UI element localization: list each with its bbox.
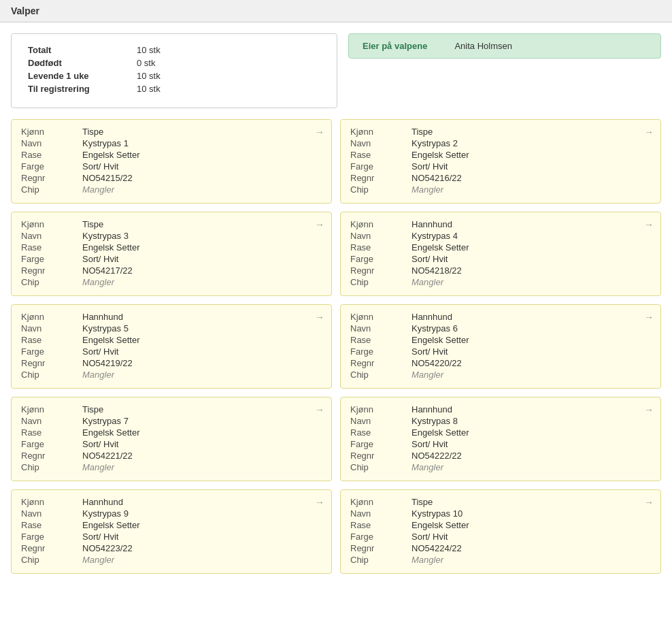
- puppy-field-row: RegnrNO54219/22: [21, 358, 322, 368]
- puppy-field-label: Farge: [350, 532, 411, 542]
- puppy-field-label: Chip: [21, 370, 82, 380]
- puppy-card[interactable]: →KjønnHannhundNavnKystrypas 8RaseEngelsk…: [340, 397, 661, 481]
- puppy-field-row: FargeSort/ Hvit: [21, 254, 322, 264]
- puppy-field-label: Regnr: [350, 451, 411, 461]
- puppy-field-value: NO54224/22: [411, 543, 462, 553]
- puppy-card[interactable]: →KjønnTispeNavnKystrypas 10RaseEngelsk S…: [340, 489, 661, 574]
- puppy-field-row: FargeSort/ Hvit: [350, 254, 651, 264]
- puppy-field-row: NavnKystrypas 9: [21, 508, 322, 519]
- puppy-field-row: ChipMangler: [350, 462, 651, 472]
- puppy-field-value: Mangler: [411, 370, 443, 380]
- puppy-field-row: ChipMangler: [21, 462, 322, 472]
- puppy-field-row: NavnKystrypas 5: [21, 323, 322, 334]
- summary-row: Til registrering 10 stk: [28, 84, 320, 94]
- puppy-card[interactable]: →KjønnHannhundNavnKystrypas 9RaseEngelsk…: [11, 489, 332, 574]
- puppy-field-label: Farge: [21, 532, 82, 542]
- arrow-icon: →: [644, 127, 654, 137]
- summary-box: Totalt 10 stk Dødfødt 0 stk Levende 1 uk…: [11, 33, 337, 108]
- puppy-field-row: RaseEngelsk Setter: [21, 335, 322, 345]
- puppy-field-value: Kystrypas 9: [82, 508, 129, 519]
- puppy-field-value: Kystrypas 5: [82, 323, 129, 334]
- puppy-card[interactable]: →KjønnTispeNavnKystrypas 1RaseEngelsk Se…: [11, 119, 332, 204]
- puppy-field-label: Kjønn: [21, 219, 82, 229]
- owner-value: Anita Holmsen: [454, 41, 512, 51]
- puppy-field-value: Sort/ Hvit: [411, 254, 448, 264]
- puppy-field-label: Chip: [350, 277, 411, 287]
- puppy-field-label: Chip: [21, 277, 82, 287]
- puppy-field-row: FargeSort/ Hvit: [21, 532, 322, 542]
- puppy-field-value: Mangler: [82, 370, 114, 380]
- puppy-field-label: Navn: [21, 323, 82, 334]
- puppy-field-label: Farge: [350, 346, 411, 357]
- puppy-field-label: Chip: [21, 555, 82, 565]
- puppy-field-row: RegnrNO54216/22: [350, 173, 651, 183]
- puppy-field-row: RegnrNO54215/22: [21, 173, 322, 183]
- puppy-field-value: Tispe: [411, 127, 433, 137]
- puppy-field-value: Kystrypas 1: [82, 138, 129, 148]
- puppy-field-row: RaseEngelsk Setter: [21, 150, 322, 160]
- puppy-field-value: Sort/ Hvit: [82, 346, 118, 357]
- puppy-field-label: Kjønn: [350, 127, 411, 137]
- puppy-field-row: RaseEngelsk Setter: [21, 242, 322, 253]
- puppy-field-row: KjønnTispe: [350, 497, 651, 507]
- puppy-field-label: Rase: [21, 150, 82, 160]
- puppy-field-label: Regnr: [21, 173, 82, 183]
- puppy-field-value: Mangler: [82, 277, 114, 287]
- puppy-field-label: Farge: [21, 439, 82, 449]
- puppy-field-row: RegnrNO54217/22: [21, 265, 322, 276]
- page-title: Valper: [11, 5, 39, 16]
- arrow-icon: →: [315, 404, 324, 415]
- puppy-field-value: Kystrypas 3: [82, 231, 129, 241]
- puppy-field-value: Engelsk Setter: [411, 427, 469, 438]
- puppy-field-row: ChipMangler: [21, 184, 322, 195]
- puppy-field-value: Hannhund: [411, 312, 452, 322]
- puppy-card[interactable]: →KjønnHannhundNavnKystrypas 6RaseEngelsk…: [340, 304, 661, 389]
- puppy-field-value: NO54223/22: [82, 543, 133, 553]
- puppy-field-label: Farge: [350, 254, 411, 264]
- puppy-field-row: RaseEngelsk Setter: [350, 427, 651, 438]
- puppy-field-row: RegnrNO54222/22: [350, 451, 651, 461]
- puppy-field-label: Regnr: [21, 358, 82, 368]
- summary-value: 10 stk: [137, 45, 161, 55]
- puppy-field-label: Kjønn: [350, 404, 411, 414]
- summary-label: Totalt: [28, 45, 137, 55]
- puppy-field-label: Rase: [21, 427, 82, 438]
- puppy-field-label: Rase: [350, 427, 411, 438]
- puppy-field-row: NavnKystrypas 8: [350, 416, 651, 426]
- puppy-field-value: Mangler: [82, 555, 114, 565]
- puppy-field-label: Farge: [21, 254, 82, 264]
- puppy-field-row: FargeSort/ Hvit: [21, 346, 322, 357]
- puppy-field-value: Tispe: [411, 497, 433, 507]
- puppy-field-value: Mangler: [411, 555, 443, 565]
- puppy-card[interactable]: →KjønnHannhundNavnKystrypas 4RaseEngelsk…: [340, 212, 661, 296]
- puppy-field-row: ChipMangler: [21, 277, 322, 287]
- puppy-field-label: Kjønn: [350, 219, 411, 229]
- puppy-field-row: NavnKystrypas 3: [21, 231, 322, 241]
- puppy-field-label: Kjønn: [350, 312, 411, 322]
- puppy-card[interactable]: →KjønnHannhundNavnKystrypas 5RaseEngelsk…: [11, 304, 332, 389]
- puppy-field-value: Engelsk Setter: [411, 520, 469, 530]
- puppy-field-value: Hannhund: [411, 404, 452, 414]
- puppy-field-value: Mangler: [411, 277, 443, 287]
- puppy-field-value: Engelsk Setter: [411, 150, 469, 160]
- puppy-field-value: Tispe: [82, 127, 103, 137]
- puppy-field-label: Chip: [21, 184, 82, 195]
- puppy-field-label: Navn: [350, 138, 411, 148]
- puppy-field-label: Farge: [350, 439, 411, 449]
- summary-row: Totalt 10 stk: [28, 45, 320, 55]
- puppy-field-row: FargeSort/ Hvit: [21, 439, 322, 449]
- puppy-field-label: Rase: [350, 150, 411, 160]
- puppy-field-label: Regnr: [350, 543, 411, 553]
- puppy-field-label: Rase: [350, 242, 411, 253]
- puppy-field-label: Regnr: [350, 358, 411, 368]
- puppy-field-value: Sort/ Hvit: [82, 439, 118, 449]
- puppy-field-row: RegnrNO54223/22: [21, 543, 322, 553]
- puppy-field-label: Rase: [350, 335, 411, 345]
- puppy-field-value: Engelsk Setter: [82, 335, 140, 345]
- puppy-card[interactable]: →KjønnTispeNavnKystrypas 7RaseEngelsk Se…: [11, 397, 332, 481]
- puppy-field-label: Regnr: [21, 265, 82, 276]
- puppy-card[interactable]: →KjønnTispeNavnKystrypas 3RaseEngelsk Se…: [11, 212, 332, 296]
- puppy-field-value: Sort/ Hvit: [82, 254, 118, 264]
- owner-box: Eier på valpene Anita Holmsen: [348, 33, 661, 59]
- puppy-card[interactable]: →KjønnTispeNavnKystrypas 2RaseEngelsk Se…: [340, 119, 661, 204]
